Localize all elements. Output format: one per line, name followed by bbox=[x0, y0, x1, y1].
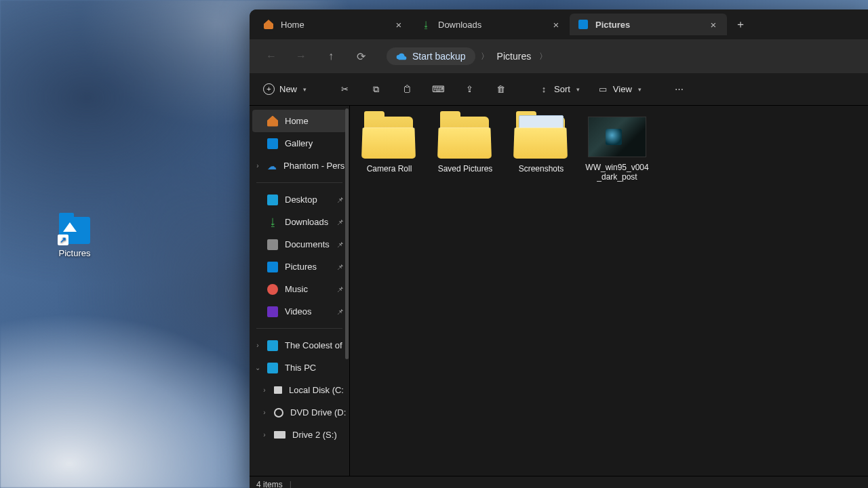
sidebar-item-documents[interactable]: Documents 📌︎ bbox=[250, 233, 349, 256]
back-button[interactable]: ← bbox=[258, 44, 285, 68]
sidebar-item-videos[interactable]: Videos 📌︎ bbox=[250, 300, 349, 323]
cut-button[interactable]: ✂ bbox=[331, 78, 358, 101]
sort-button[interactable]: ↕ Sort ▾ bbox=[532, 78, 587, 101]
folder-camera-roll[interactable]: Camera Roll bbox=[357, 117, 422, 182]
plus-circle-icon: + bbox=[263, 83, 275, 95]
share-button[interactable]: ⇪ bbox=[456, 78, 483, 101]
sidebar-item-this-pc[interactable]: ⌄ This PC bbox=[250, 357, 349, 379]
toolbar: + New ▾ ✂ ⧉ 📋︎ ⌨ ⇪ 🗑︎ ↕ Sort ▾ ▭ View ▾ … bbox=[250, 73, 868, 106]
chevron-down-icon[interactable]: ⌄ bbox=[254, 364, 262, 371]
chevron-right-icon[interactable]: › bbox=[254, 162, 262, 169]
music-icon bbox=[267, 284, 278, 295]
tab-pictures[interactable]: Pictures × bbox=[570, 14, 727, 35]
up-button[interactable]: ↑ bbox=[317, 44, 344, 68]
sidebar-item-music[interactable]: Music 📌︎ bbox=[250, 278, 349, 300]
desktop-shortcut-pictures[interactable]: ↗ Pictures bbox=[47, 217, 102, 258]
content-pane[interactable]: Camera Roll Saved Pictures Screenshots W… bbox=[350, 106, 868, 476]
download-icon: ⭳ bbox=[420, 19, 431, 30]
desktop-shortcut-label: Pictures bbox=[59, 248, 91, 258]
rename-button[interactable]: ⌨ bbox=[425, 78, 452, 101]
chevron-right-icon[interactable]: › bbox=[260, 431, 269, 439]
view-label: View bbox=[613, 84, 632, 94]
new-button[interactable]: + New ▾ bbox=[256, 78, 313, 101]
home-icon bbox=[267, 116, 278, 127]
tab-label: Downloads bbox=[438, 20, 481, 30]
pin-icon[interactable]: 📌︎ bbox=[336, 218, 344, 226]
pin-icon[interactable]: 📌︎ bbox=[336, 241, 344, 249]
status-divider: | bbox=[290, 480, 292, 489]
sidebar-separator bbox=[256, 328, 342, 329]
download-icon: ⭳ bbox=[267, 217, 278, 228]
folder-screenshots[interactable]: Screenshots bbox=[509, 117, 574, 182]
chevron-right-icon[interactable]: › bbox=[254, 342, 262, 349]
pin-icon[interactable]: 📌︎ bbox=[336, 263, 344, 271]
sort-icon: ↕ bbox=[538, 84, 549, 95]
view-button[interactable]: ▭ View ▾ bbox=[591, 78, 648, 101]
trash-icon: 🗑︎ bbox=[495, 84, 506, 95]
pin-icon[interactable]: 📌︎ bbox=[336, 285, 344, 293]
sidebar-item-drive2[interactable]: › Drive 2 (S:) bbox=[250, 424, 349, 446]
sidebar-item-coolest[interactable]: › The Coolest of bbox=[250, 334, 349, 357]
sidebar-item-label: This PC bbox=[285, 363, 316, 373]
forward-button[interactable]: → bbox=[288, 44, 315, 68]
item-label: WW_win95_v004_dark_post bbox=[585, 163, 650, 182]
sidebar-item-label: Drive 2 (S:) bbox=[292, 430, 337, 440]
close-icon[interactable]: × bbox=[548, 16, 564, 33]
sidebar-item-gallery[interactable]: Gallery bbox=[250, 132, 349, 155]
sidebar-item-onedrive[interactable]: › ☁ Phantom - Pers bbox=[250, 155, 349, 177]
sidebar-item-label: Desktop bbox=[285, 195, 317, 205]
video-icon bbox=[267, 306, 278, 317]
close-icon[interactable]: × bbox=[391, 16, 407, 33]
breadcrumb-current[interactable]: Pictures bbox=[494, 48, 534, 64]
sidebar-item-desktop[interactable]: Desktop 📌︎ bbox=[250, 188, 349, 211]
sidebar-item-local-disk[interactable]: › Local Disk (C: bbox=[250, 379, 349, 401]
breadcrumb: Start backup 〉 Pictures 〉 bbox=[387, 47, 547, 65]
sidebar-item-downloads[interactable]: ⭳ Downloads 📌︎ bbox=[250, 211, 349, 233]
delete-button[interactable]: 🗑︎ bbox=[487, 78, 514, 101]
sidebar-item-home[interactable]: Home bbox=[252, 110, 347, 132]
chevron-down-icon: ▾ bbox=[303, 86, 307, 93]
image-ww-win95[interactable]: WW_win95_v004_dark_post bbox=[585, 117, 650, 182]
copy-button[interactable]: ⧉ bbox=[362, 78, 389, 101]
new-tab-button[interactable]: ＋ bbox=[727, 14, 754, 35]
sidebar-item-dvd-drive[interactable]: › DVD Drive (D: bbox=[250, 401, 349, 424]
chevron-down-icon: ▾ bbox=[576, 86, 580, 93]
chevron-right-icon[interactable]: 〉 bbox=[481, 51, 489, 62]
chevron-right-icon[interactable]: › bbox=[260, 386, 269, 394]
view-icon: ▭ bbox=[597, 84, 608, 95]
chevron-right-icon[interactable]: 〉 bbox=[539, 51, 547, 62]
refresh-button[interactable]: ⟳ bbox=[347, 44, 374, 68]
home-icon bbox=[263, 19, 274, 30]
pin-icon[interactable]: 📌︎ bbox=[336, 196, 344, 204]
desktop-icon bbox=[267, 195, 278, 205]
folder-icon bbox=[437, 117, 493, 159]
shortcut-arrow-icon: ↗ bbox=[58, 235, 68, 245]
close-icon[interactable]: × bbox=[705, 16, 722, 33]
item-label: Screenshots bbox=[519, 164, 564, 174]
sort-label: Sort bbox=[554, 84, 570, 94]
picture-icon bbox=[578, 19, 589, 30]
cloud-sync-icon bbox=[396, 51, 407, 62]
chevron-right-icon[interactable]: › bbox=[260, 409, 269, 416]
folder-saved-pictures[interactable]: Saved Pictures bbox=[433, 117, 498, 182]
paste-button[interactable]: 📋︎ bbox=[393, 78, 420, 101]
image-thumbnail bbox=[588, 117, 646, 157]
sidebar-item-label: Pictures bbox=[285, 262, 317, 272]
item-label: Saved Pictures bbox=[438, 164, 493, 174]
dvd-icon bbox=[274, 407, 283, 418]
tab-label: Home bbox=[281, 20, 304, 30]
more-button[interactable]: ⋯ bbox=[666, 78, 693, 101]
sidebar-item-pictures[interactable]: Pictures 📌︎ bbox=[250, 256, 349, 278]
pin-icon[interactable]: 📌︎ bbox=[336, 308, 344, 316]
tab-home[interactable]: Home × bbox=[255, 14, 412, 35]
sidebar-item-label: Phantom - Pers bbox=[283, 161, 344, 171]
cut-icon: ✂ bbox=[339, 84, 350, 95]
start-backup-button[interactable]: Start backup bbox=[387, 47, 475, 65]
gallery-icon bbox=[267, 138, 278, 149]
cloud-icon: ☁ bbox=[267, 161, 277, 171]
tab-downloads[interactable]: ⭳ Downloads × bbox=[412, 14, 570, 35]
sidebar-item-label: Home bbox=[285, 116, 309, 126]
pictures-icon: ↗ bbox=[59, 217, 90, 244]
sidebar-scrollbar[interactable] bbox=[345, 108, 349, 359]
drive-icon bbox=[274, 386, 282, 394]
